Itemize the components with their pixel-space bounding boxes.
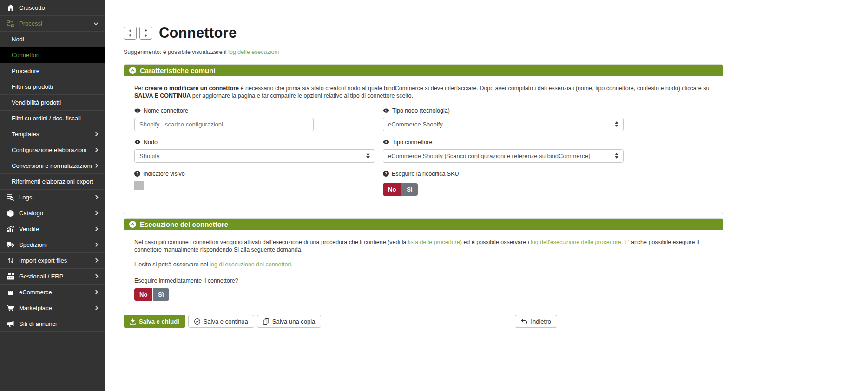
sku-recode-toggle: No Sì — [383, 183, 418, 196]
panel-esecuzione-connettore: Esecuzione del connettore Nel caso più c… — [124, 218, 723, 312]
sidebar-item-label: Procedure — [12, 67, 39, 74]
sidebar-item-ecommerce[interactable]: eCommerce — [0, 285, 105, 300]
sidebar-item-label: Gestionali / ERP — [19, 273, 63, 280]
field-label: Nodo — [134, 139, 375, 146]
sidebar-item-label: Cruscotto — [19, 4, 45, 11]
sidebar-item-gestionali-erp[interactable]: Gestionali / ERP — [0, 269, 105, 285]
home-icon — [6, 4, 15, 11]
tipo-nodo-select[interactable]: eCommerce Shopify — [383, 118, 624, 131]
selected-value: eCommerce Shopify — [388, 121, 443, 128]
save-close-button[interactable]: Salva e chiudi — [124, 315, 185, 328]
save-continue-button[interactable]: Salva e continua — [188, 315, 254, 328]
sidebar-item-logs[interactable]: Logs — [0, 190, 105, 205]
execute-now-toggle: No Sì — [134, 288, 169, 301]
select-arrows-icon — [366, 153, 370, 159]
field-nome-connettore: Nome connettore — [134, 107, 375, 131]
sidebar-item-siti-annunci[interactable]: Siti di annunci — [0, 316, 105, 332]
sidebar-item-label: Siti di annunci — [19, 320, 57, 327]
sidebar-item-templates[interactable]: Templates — [0, 126, 105, 142]
field-label-text: Eseguire la ricodifica SKU — [392, 171, 459, 177]
sidebar-item-label: Logs — [19, 194, 32, 201]
field-label-text: Nodo — [144, 139, 158, 146]
execute-now-yes-button[interactable]: Sì — [153, 288, 169, 301]
sidebar-item-catalogo[interactable]: Catalogo — [0, 205, 105, 221]
sidebar: Cruscotto Processi Nodi Connettori Proce… — [0, 0, 105, 391]
sku-recode-yes-button[interactable]: Sì — [401, 183, 417, 196]
field-ricodifica-sku: ? Eseguire la ricodifica SKU No Sì — [383, 171, 624, 196]
sales-icon — [6, 226, 15, 232]
ecommerce-icon — [6, 289, 15, 296]
nome-connettore-input[interactable] — [134, 118, 314, 131]
executions-log-link[interactable]: log delle esecuzioni — [228, 49, 279, 55]
nodo-select[interactable]: Shopify — [134, 149, 375, 163]
hint-text: Suggerimento: è possibile visualizzare i… — [124, 49, 228, 55]
eye-icon — [383, 108, 389, 113]
sidebar-item-procedure[interactable]: Procedure — [0, 63, 105, 79]
back-button[interactable]: Indietro — [515, 315, 557, 328]
chevron-right-icon — [94, 211, 99, 215]
sidebar-item-filtri-ordini[interactable]: Filtri su ordini / doc. fiscali — [0, 111, 105, 126]
sidebar-item-label: eCommerce — [19, 289, 52, 296]
connectors-log-link[interactable]: log di esecuzione dei connettori — [210, 261, 291, 268]
chevron-right-icon — [94, 258, 99, 263]
sidebar-item-label: Catalogo — [19, 210, 43, 217]
shipping-icon — [6, 242, 15, 248]
processes-icon — [6, 20, 15, 27]
procedures-log-link[interactable]: log dell'esecuzione delle procedure — [531, 239, 621, 245]
chevron-right-icon — [94, 274, 99, 278]
field-label: Tipo nodo (tecnologia) — [383, 107, 624, 114]
logs-icon — [6, 194, 15, 201]
execute-now-question: Eseguire immediatamente il connettore? — [134, 278, 712, 284]
field-label-text: Nome connettore — [144, 107, 188, 114]
sidebar-item-cruscotto[interactable]: Cruscotto — [0, 0, 105, 16]
sidebar-item-import-export[interactable]: Import export files — [0, 253, 105, 269]
sidebar-item-spedizioni[interactable]: Spedizioni — [0, 237, 105, 253]
selected-value: eCommerce Shopify [Scarico configurazion… — [388, 152, 590, 159]
catalog-icon — [6, 210, 15, 217]
save-copy-button[interactable]: Salva una copia — [257, 315, 322, 328]
expand-panels-button[interactable] — [139, 27, 152, 40]
sidebar-item-label: Templates — [12, 131, 39, 138]
intro-paragraph: Per creare o modificare un connettore è … — [134, 85, 712, 100]
collapse-panel-icon — [129, 221, 136, 228]
import-export-icon — [6, 257, 15, 264]
field-label: Nome connettore — [134, 107, 375, 114]
collapse-vertical-icon — [127, 29, 133, 37]
panel-title: Caratteristiche comuni — [140, 66, 216, 74]
sidebar-item-conversioni-normalizzazioni[interactable]: Conversioni e normalizzazioni — [0, 158, 105, 174]
sku-recode-no-button[interactable]: No — [383, 183, 401, 196]
sidebar-item-label: Riferimenti elaborazioni export — [12, 178, 93, 185]
form-actions: Salva e chiudi Salva e continua Salva un… — [124, 315, 723, 328]
button-label: Salva e chiudi — [139, 318, 179, 325]
chevron-right-icon — [94, 226, 99, 231]
chevron-right-icon — [94, 242, 99, 247]
sidebar-item-vendibilita-prodotti[interactable]: Vendibilità prodotti — [0, 95, 105, 111]
selected-value: Shopify — [139, 152, 159, 159]
sidebar-item-label: Nodi — [12, 36, 24, 43]
chevron-right-icon — [94, 195, 99, 199]
panel-header-esecuzione[interactable]: Esecuzione del connettore — [124, 219, 723, 230]
panel-caratteristiche-comuni: Caratteristiche comuni Per creare o modi… — [124, 64, 723, 214]
panel-header-caratteristiche[interactable]: Caratteristiche comuni — [124, 65, 723, 76]
chevron-right-icon — [94, 290, 99, 294]
field-label: ? Indicatore visivo — [134, 171, 375, 177]
sidebar-item-vendite[interactable]: Vendite — [0, 221, 105, 237]
visual-indicator-swatch[interactable] — [134, 181, 144, 190]
tipo-connettore-select[interactable]: eCommerce Shopify [Scarico configurazion… — [383, 149, 624, 163]
sidebar-item-processi[interactable]: Processi — [0, 16, 105, 32]
sidebar-item-marketplace[interactable]: Marketplace — [0, 300, 105, 316]
sidebar-item-riferimenti-export[interactable]: Riferimenti elaborazioni export — [0, 174, 105, 190]
sidebar-item-nodi[interactable]: Nodi — [0, 32, 105, 47]
collapse-panels-button[interactable] — [124, 27, 137, 40]
chevron-right-icon — [94, 163, 99, 168]
procedures-list-link[interactable]: lista delle procedure) — [408, 239, 462, 245]
sidebar-item-configurazione-elaborazioni[interactable]: Configurazione elaborazioni — [0, 142, 105, 158]
sidebar-item-connettori[interactable]: Connettori — [0, 47, 105, 63]
chevron-down-icon — [94, 20, 99, 25]
field-nodo: Nodo Shopify — [134, 139, 375, 163]
sidebar-item-filtri-prodotti[interactable]: Filtri su prodotti — [0, 79, 105, 95]
chevron-right-icon — [94, 132, 99, 136]
collapse-panel-icon — [129, 67, 136, 74]
eye-icon — [134, 140, 141, 145]
execute-now-no-button[interactable]: No — [134, 288, 152, 301]
